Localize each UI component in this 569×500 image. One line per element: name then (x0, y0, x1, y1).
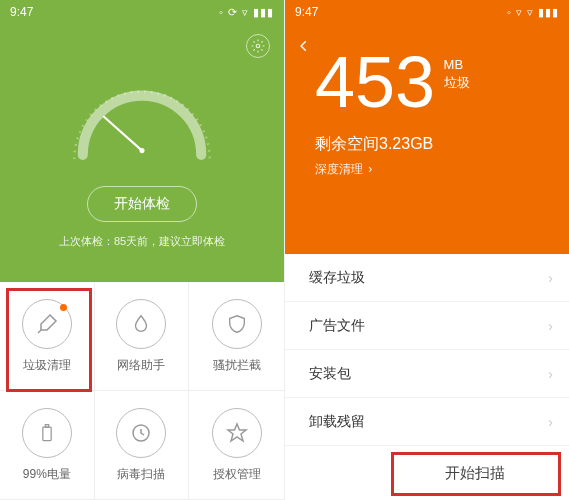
hero-panel: 9:47 ◦ ▿ ▿ ▮▮▮ 453 MB 垃圾 剩余空间3.23GB 深度清理… (285, 0, 569, 254)
hero-panel: 9:47 ◦ ⟳ ▿ ▮▮▮ 开始体检 上次体检：85天前，建议立即体检 (0, 0, 284, 282)
status-bar: 9:47 ◦ ⟳ ▿ ▮▮▮ (0, 0, 284, 24)
feature-grid: 垃圾清理 网络助手 骚扰拦截 99%电量 病毒扫描 授权管理 (0, 282, 284, 500)
start-check-button[interactable]: 开始体检 (87, 186, 197, 222)
trash-size-unit: MB 垃圾 (444, 56, 470, 92)
back-button[interactable] (297, 36, 311, 61)
status-icons: ◦ ▿ ▿ ▮▮▮ (507, 6, 559, 19)
row-cache[interactable]: 缓存垃圾› (285, 254, 569, 302)
chevron-right-icon: › (548, 366, 553, 382)
row-label: 卸载残留 (309, 413, 365, 431)
tile-battery[interactable]: 99%电量 (0, 391, 95, 500)
deep-clean-link[interactable]: 深度清理 › (315, 161, 569, 178)
status-bar: 9:47 ◦ ▿ ▿ ▮▮▮ (285, 0, 569, 24)
chevron-right-icon: › (368, 162, 372, 176)
tile-block[interactable]: 骚扰拦截 (189, 282, 284, 391)
tile-label: 病毒扫描 (117, 466, 165, 483)
tile-label: 99%电量 (23, 466, 71, 483)
status-time: 9:47 (295, 5, 318, 19)
star-icon (225, 421, 249, 445)
category-list: 缓存垃圾› 广告文件› 安装包› 卸载残留› (285, 254, 569, 446)
tile-label: 骚扰拦截 (213, 357, 261, 374)
row-label: 安装包 (309, 365, 351, 383)
status-icons: ◦ ⟳ ▿ ▮▮▮ (219, 6, 274, 19)
row-label: 广告文件 (309, 317, 365, 335)
remaining-space: 剩余空间3.23GB (315, 134, 569, 155)
status-time: 9:47 (10, 5, 33, 19)
svg-line-2 (104, 117, 142, 151)
chevron-right-icon: › (548, 270, 553, 286)
security-app-screen: 9:47 ◦ ⟳ ▿ ▮▮▮ 开始体检 上次体检：85天前，建议立即体检 垃圾清… (0, 0, 285, 500)
tile-label: 网络助手 (117, 357, 165, 374)
cleaner-app-screen: 9:47 ◦ ▿ ▿ ▮▮▮ 453 MB 垃圾 剩余空间3.23GB 深度清理… (285, 0, 569, 500)
brush-icon (35, 312, 59, 336)
svg-rect-4 (45, 424, 48, 427)
tile-label: 授权管理 (213, 466, 261, 483)
settings-button[interactable] (246, 34, 270, 58)
tile-virus[interactable]: 病毒扫描 (95, 391, 190, 500)
drop-icon (130, 313, 152, 335)
unit-sub-text: 垃圾 (444, 75, 470, 90)
svg-rect-3 (43, 427, 51, 440)
trash-size-number: 453 (315, 46, 435, 118)
svg-point-0 (256, 44, 260, 48)
tile-permission[interactable]: 授权管理 (189, 391, 284, 500)
unit-text: MB (444, 57, 464, 72)
tile-network[interactable]: 网络助手 (95, 282, 190, 391)
chevron-left-icon (297, 36, 311, 56)
start-scan-button[interactable]: 开始扫描 (421, 458, 529, 489)
tile-trash-clean[interactable]: 垃圾清理 (0, 282, 95, 391)
notification-dot (60, 304, 67, 311)
chevron-right-icon: › (548, 318, 553, 334)
battery-icon (37, 421, 57, 445)
scan-icon (129, 421, 153, 445)
row-apk[interactable]: 安装包› (285, 350, 569, 398)
row-residual[interactable]: 卸载残留› (285, 398, 569, 446)
gauge-meter (57, 66, 227, 176)
tile-label: 垃圾清理 (23, 357, 71, 374)
shield-icon (226, 313, 248, 335)
chevron-right-icon: › (548, 414, 553, 430)
last-check-text: 上次体检：85天前，建议立即体检 (59, 234, 225, 249)
gear-icon (251, 39, 265, 53)
deep-clean-label: 深度清理 (315, 162, 363, 176)
row-ads[interactable]: 广告文件› (285, 302, 569, 350)
bottom-bar: 开始扫描 (285, 446, 569, 500)
row-label: 缓存垃圾 (309, 269, 365, 287)
